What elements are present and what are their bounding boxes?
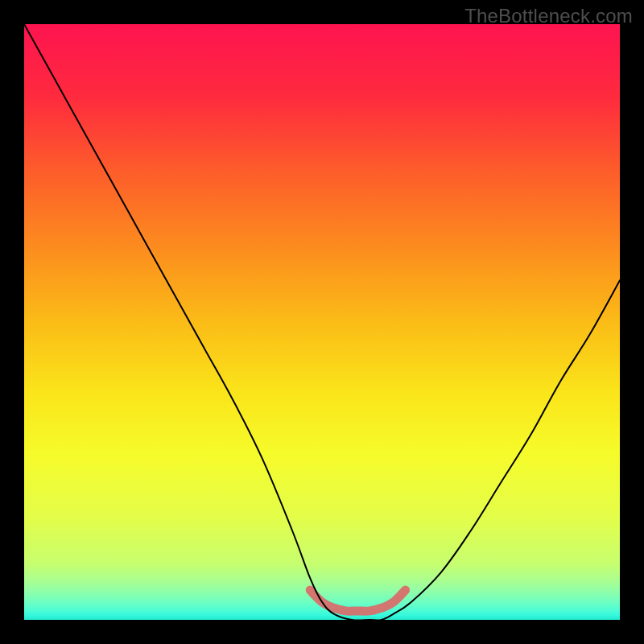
gradient-background bbox=[24, 24, 620, 620]
chart-container: TheBottleneck.com bbox=[0, 0, 644, 644]
plot-area bbox=[24, 24, 620, 620]
bottleneck-curve-chart bbox=[24, 24, 620, 620]
